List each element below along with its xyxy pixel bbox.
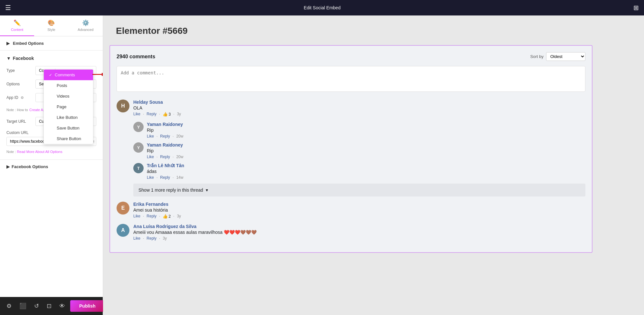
read-more-note: Note : Read More About All Options (6, 148, 96, 154)
nested-text: Rip (147, 148, 585, 153)
tab-content[interactable]: ✏️ Content (0, 15, 34, 36)
reply-action[interactable]: Reply (160, 155, 170, 159)
history-icon[interactable]: ↺ (32, 300, 42, 312)
grid-icon[interactable]: ⊞ (633, 4, 639, 12)
panel-content: ▶ Embed Options ▼ Facebook Type Comments… (0, 36, 103, 297)
eye-icon[interactable]: 👁 (57, 300, 68, 312)
comments-header: 2940 comments Sort by Oldest Newest Most… (117, 52, 585, 61)
embed-options-section[interactable]: ▶ Embed Options (0, 36, 103, 51)
nested-avatar: T (133, 163, 144, 173)
like-action[interactable]: Like (133, 214, 140, 219)
responsive-icon[interactable]: ⊡ (44, 300, 54, 312)
target-url-label: Target URL (6, 119, 32, 124)
dropdown-item-label: Comments (55, 72, 75, 77)
type-dropdown-menu: ✓ Comments Posts Videos Page (43, 69, 93, 144)
like-action[interactable]: Like (133, 112, 140, 117)
show-more-text: Show 1 more reply in this thread (138, 187, 203, 193)
bottom-bar: ⚙ ⬛ ↺ ⊡ 👁 Publish ▲ (0, 297, 103, 315)
avatar: A (117, 224, 129, 237)
facebook-options-section: ▶ Facebook Options (0, 160, 103, 174)
nested-comment-item: T Trần Lê Nhứt Tân ádas Like · Reply · 1… (133, 163, 585, 180)
style-tab-label: Style (47, 28, 55, 32)
comment-item: A Ana Luísa Rodriguez da Silva Ameiii vo… (117, 224, 585, 241)
nested-comment-body: Yaman Raidoney Rip Like · Reply · 20w (147, 122, 585, 138)
dropdown-item-like-button[interactable]: Like Button (44, 112, 93, 123)
nested-avatar: Y (133, 122, 144, 132)
check-icon: ✓ (49, 73, 52, 77)
nested-avatar: Y (133, 142, 144, 153)
comment-author[interactable]: Ana Luísa Rodriguez da Silva (133, 224, 585, 229)
dropdown-item-save-button[interactable]: Save Button (44, 123, 93, 133)
main-layout: ✏️ Content 🎨 Style ⚙️ Advanced ▶ Embed O… (0, 15, 644, 315)
like-action[interactable]: Like (133, 236, 140, 241)
facebook-label-text: Facebook (13, 56, 34, 61)
dropdown-item-share-button[interactable]: Share Button (44, 133, 93, 144)
like-action[interactable]: Like (147, 134, 154, 138)
publish-button[interactable]: Publish (70, 300, 105, 312)
facebook-options-label: Facebook Options (12, 164, 48, 169)
comment-author[interactable]: Erika Fernandes (133, 202, 585, 207)
comment-text: Amei sua história (133, 207, 585, 213)
nested-comment-body: Yaman Raidoney Rip Like · Reply · 20w (147, 142, 585, 159)
like-badge: 👍 3 (163, 112, 171, 117)
nested-comment-item: Y Yaman Raidoney Rip Like · Reply · 20w (133, 122, 585, 138)
nested-author[interactable]: Trần Lê Nhứt Tân (147, 163, 585, 168)
nested-actions: Like · Reply · 14w (147, 175, 585, 180)
reply-action[interactable]: Reply (147, 112, 156, 117)
comment-text: Ameiii vou Amaaaa essas aulas maravilhos… (133, 230, 585, 235)
sort-select[interactable]: Oldest Newest Most Relevant (546, 52, 585, 61)
topbar-title: Edit Social Embed (16, 5, 628, 10)
content-tab-label: Content (11, 28, 24, 32)
advanced-tab-label: Advanced (78, 28, 93, 32)
reply-action[interactable]: Reply (160, 134, 170, 138)
tab-style[interactable]: 🎨 Style (34, 15, 68, 36)
tab-advanced[interactable]: ⚙️ Advanced (69, 15, 103, 36)
comment-item: E Erika Fernandes Amei sua história Like… (117, 202, 585, 219)
comment-body: Helday Sousa OLA Like · Reply · 👍 3 · 3y (133, 100, 585, 117)
nested-comment-item: Y Yaman Raidoney Rip Like · Reply · 20w (133, 142, 585, 159)
sort-by-label: Sort by (530, 54, 544, 59)
dropdown-item-label: Share Button (57, 136, 81, 141)
dropdown-item-label: Posts (57, 83, 67, 88)
like-action[interactable]: Like (147, 175, 154, 180)
nested-actions: Like · Reply · 20w (147, 134, 585, 138)
read-more-link[interactable]: Read More About All Options (17, 150, 62, 154)
comment-body: Ana Luísa Rodriguez da Silva Ameiii vou … (133, 224, 585, 241)
content-tab-icon: ✏️ (14, 19, 21, 26)
red-arrow-indicator (92, 71, 103, 80)
dropdown-item-page[interactable]: Page (44, 101, 93, 112)
comment-text: OLA (133, 105, 585, 110)
settings-icon[interactable]: ⚙ (4, 300, 14, 312)
layers-icon[interactable]: ⬛ (17, 300, 29, 312)
type-label: Type (6, 68, 32, 73)
hamburger-menu-icon[interactable]: ☰ (5, 4, 11, 12)
nested-comments: Y Yaman Raidoney Rip Like · Reply · 20w (133, 122, 585, 196)
app-id-label: App ID ⚙ (6, 95, 32, 100)
dropdown-item-comments[interactable]: ✓ Comments (44, 70, 93, 80)
comment-input[interactable] (117, 66, 585, 92)
topbar: ☰ Edit Social Embed ⊞ (0, 0, 644, 15)
comment-body: Erika Fernandes Amei sua história Like ·… (133, 202, 585, 219)
facebook-comments-container: 2940 comments Sort by Oldest Newest Most… (109, 45, 592, 253)
like-action[interactable]: Like (147, 155, 154, 159)
show-more-replies[interactable]: Show 1 more reply in this thread ▾ (133, 184, 585, 196)
dropdown-item-videos[interactable]: Videos (44, 91, 93, 101)
dropdown-item-posts[interactable]: Posts (44, 80, 93, 91)
reply-action[interactable]: Reply (147, 236, 156, 241)
comments-count: 2940 comments (117, 54, 155, 60)
facebook-options-header[interactable]: ▶ Facebook Options (6, 164, 96, 169)
facebook-section-header[interactable]: ▼ Facebook (6, 56, 96, 61)
nested-text: Rip (147, 128, 585, 133)
comment-actions: Like · Reply · 👍 3 · 3y (133, 112, 585, 117)
right-content: Elementor #5669 2940 comments Sort by Ol… (103, 15, 644, 315)
embed-options-label: Embed Options (13, 41, 44, 46)
nested-author[interactable]: Yaman Raidoney (147, 122, 585, 127)
dropdown-item-label: Page (57, 104, 66, 109)
nested-text: ádas (147, 169, 585, 174)
comment-author[interactable]: Helday Sousa (133, 100, 585, 105)
style-tab-icon: 🎨 (48, 19, 55, 26)
nested-author[interactable]: Yaman Raidoney (147, 142, 585, 148)
reply-action[interactable]: Reply (160, 175, 170, 180)
reply-action[interactable]: Reply (147, 214, 156, 219)
facebook-chevron: ▼ (6, 56, 11, 61)
